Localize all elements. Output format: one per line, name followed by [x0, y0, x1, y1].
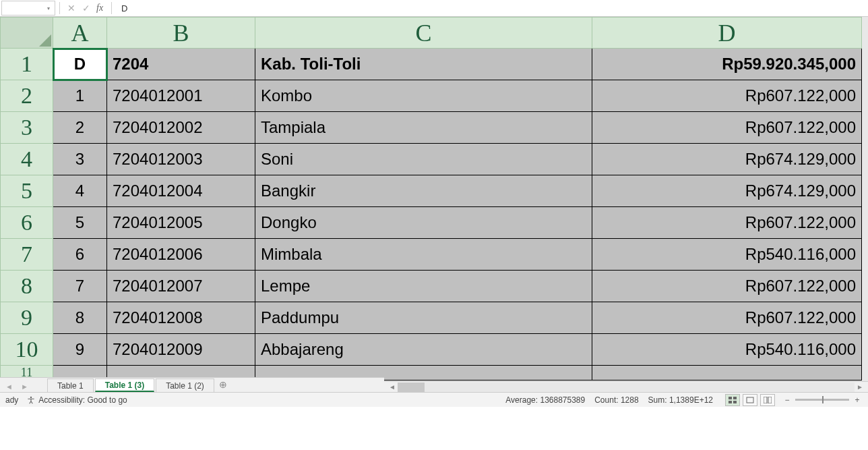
cancel-formula-button[interactable]: ✕: [64, 1, 79, 16]
row-header[interactable]: 2: [1, 80, 53, 112]
row-header[interactable]: 1: [1, 49, 53, 80]
cell-D5[interactable]: Rp674.129,000: [592, 175, 862, 207]
cell-D10[interactable]: Rp540.116,000: [592, 334, 862, 366]
page-break-icon: [764, 397, 772, 403]
table-row: 6 5 7204012005 Dongko Rp607.122,000: [1, 207, 862, 239]
zoom-control[interactable]: − +: [782, 395, 863, 405]
cell-C9[interactable]: Paddumpu: [255, 302, 592, 334]
cell-A6[interactable]: 5: [53, 207, 107, 239]
cell-B2[interactable]: 7204012001: [107, 80, 255, 112]
cell-C7[interactable]: Mimbala: [255, 239, 592, 271]
sheet-tab[interactable]: Table 1 (2): [156, 378, 214, 392]
scroll-right-icon[interactable]: ►: [855, 383, 865, 391]
svg-rect-3: [728, 401, 732, 403]
accessibility-status[interactable]: Accessibility: Good to go: [26, 395, 127, 405]
cell-C6[interactable]: Dongko: [255, 207, 592, 239]
sheet-tab-label: Table 1 (3): [105, 381, 144, 390]
cell-A5[interactable]: 4: [53, 175, 107, 207]
cell-A4[interactable]: 3: [53, 144, 107, 175]
svg-rect-6: [764, 397, 767, 403]
cell-A8[interactable]: 7: [53, 271, 107, 302]
cell-C5[interactable]: Bangkir: [255, 175, 592, 207]
check-icon: ✓: [82, 3, 90, 13]
cell-A9[interactable]: 8: [53, 302, 107, 334]
zoom-in-button[interactable]: +: [852, 395, 863, 405]
cell-B10[interactable]: 7204012009: [107, 334, 255, 366]
row-header[interactable]: 10: [1, 334, 53, 366]
spreadsheet-grid[interactable]: A B C D 1 D 7204 Kab. Toli-Toli Rp59.920…: [0, 17, 868, 407]
table-row: 3 2 7204012002 Tampiala Rp607.122,000: [1, 112, 862, 144]
table-row: 8 7 7204012007 Lempe Rp607.122,000: [1, 271, 862, 302]
new-sheet-button[interactable]: ⊕: [216, 377, 230, 392]
cell-D2[interactable]: Rp607.122,000: [592, 80, 862, 112]
cancel-icon: ✕: [67, 3, 75, 13]
normal-view-button[interactable]: [725, 394, 740, 406]
cell-D11[interactable]: [592, 366, 862, 381]
cell-B6[interactable]: 7204012005: [107, 207, 255, 239]
cell-D6[interactable]: Rp607.122,000: [592, 207, 862, 239]
cell-C1[interactable]: Kab. Toli-Toli: [255, 49, 592, 80]
tab-prev-icon[interactable]: ◄: [5, 383, 13, 391]
cell-B5[interactable]: 7204012004: [107, 175, 255, 207]
cell-D7[interactable]: Rp540.116,000: [592, 239, 862, 271]
svg-rect-2: [733, 397, 737, 399]
cell-A3[interactable]: 2: [53, 112, 107, 144]
cell-C2[interactable]: Kombo: [255, 80, 592, 112]
cell-A7[interactable]: 6: [53, 239, 107, 271]
svg-rect-1: [728, 397, 732, 399]
column-header-B[interactable]: B: [107, 18, 255, 49]
row-header[interactable]: 4: [1, 144, 53, 175]
cell-D1[interactable]: Rp59.920.345,000: [592, 49, 862, 80]
zoom-out-button[interactable]: −: [782, 395, 793, 405]
scrollbar-track[interactable]: [398, 383, 855, 392]
column-header-C[interactable]: C: [255, 18, 592, 49]
cell-D9[interactable]: Rp607.122,000: [592, 302, 862, 334]
column-header-A[interactable]: A: [53, 18, 107, 49]
cell-B3[interactable]: 7204012002: [107, 112, 255, 144]
accessibility-label: Accessibility: Good to go: [38, 395, 127, 405]
confirm-formula-button[interactable]: ✓: [79, 1, 94, 16]
fx-icon[interactable]: fx: [96, 3, 103, 13]
formula-input[interactable]: [116, 1, 868, 16]
tab-next-icon[interactable]: ►: [21, 383, 28, 391]
row-header[interactable]: 9: [1, 302, 53, 334]
sheet-tab[interactable]: Table 1 (3): [95, 378, 154, 392]
scroll-left-icon[interactable]: ◄: [387, 383, 398, 391]
name-box[interactable]: ▾: [1, 1, 55, 16]
cell-C3[interactable]: Tampiala: [255, 112, 592, 144]
column-header-D[interactable]: D: [592, 18, 862, 49]
cell-B9[interactable]: 7204012008: [107, 302, 255, 334]
row-header[interactable]: 7: [1, 239, 53, 271]
scrollbar-thumb[interactable]: [398, 383, 425, 392]
cell-C10[interactable]: Abbajareng: [255, 334, 592, 366]
cell-B4[interactable]: 7204012003: [107, 144, 255, 175]
select-all-corner[interactable]: [1, 18, 53, 49]
name-box-dropdown-icon[interactable]: ▾: [45, 1, 52, 15]
cell-B7[interactable]: 7204012006: [107, 239, 255, 271]
row-header[interactable]: 6: [1, 207, 53, 239]
cell-A10[interactable]: 9: [53, 334, 107, 366]
cell-D3[interactable]: Rp607.122,000: [592, 112, 862, 144]
cell-B8[interactable]: 7204012007: [107, 271, 255, 302]
average-stat: Average: 1368875389: [505, 395, 585, 405]
row-header[interactable]: 8: [1, 271, 53, 302]
row-header[interactable]: 3: [1, 112, 53, 144]
page-break-view-button[interactable]: [760, 394, 775, 406]
zoom-slider[interactable]: [795, 399, 849, 401]
cell-A2[interactable]: 1: [53, 80, 107, 112]
row-header[interactable]: 5: [1, 175, 53, 207]
grid-view-icon: [728, 397, 737, 403]
cell-C4[interactable]: Soni: [255, 144, 592, 175]
sheet-tabs-bar: ◄ ► Table 1 Table 1 (3) Table 1 (2) ⊕: [0, 377, 384, 392]
page-layout-view-button[interactable]: [743, 394, 757, 406]
svg-rect-5: [747, 397, 753, 403]
cell-C8[interactable]: Lempe: [255, 271, 592, 302]
tab-nav-arrows[interactable]: ◄ ►: [5, 383, 28, 391]
sheet-tab[interactable]: Table 1: [47, 378, 94, 392]
cell-D8[interactable]: Rp607.122,000: [592, 271, 862, 302]
divider: [59, 2, 60, 14]
sheet-tab-label: Table 1 (2): [166, 381, 204, 391]
cell-A1[interactable]: D: [53, 49, 107, 80]
cell-D4[interactable]: Rp674.129,000: [592, 144, 862, 175]
cell-B1[interactable]: 7204: [107, 49, 255, 80]
